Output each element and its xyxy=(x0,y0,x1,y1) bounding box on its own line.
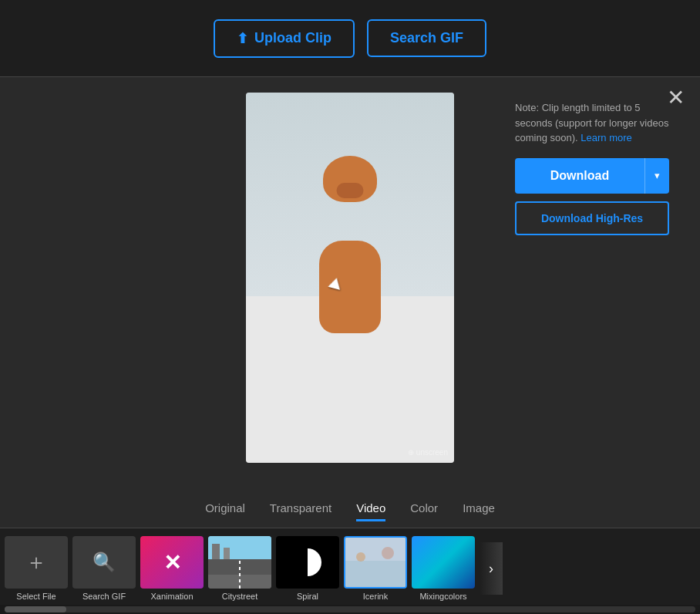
thumb-select-file-label: Select File xyxy=(16,592,56,601)
dog-snout xyxy=(337,183,364,198)
thumb-search-gif[interactable]: 🔍 Search GIF xyxy=(72,536,136,601)
thumb-search-gif-label: Search GIF xyxy=(82,592,126,601)
spiral-shape xyxy=(294,548,321,576)
upload-clip-button[interactable]: ⬆ Upload Clip xyxy=(214,19,355,58)
learn-more-link[interactable]: Learn more xyxy=(581,132,631,143)
thumb-citystreet-box xyxy=(208,536,271,589)
thumb-icerink-label: Icerink xyxy=(363,592,388,601)
upload-clip-label: Upload Clip xyxy=(254,30,331,46)
thumb-icerink[interactable]: Icerink xyxy=(344,536,407,601)
tab-original[interactable]: Original xyxy=(205,501,245,521)
scrollbar-inner xyxy=(5,606,695,612)
video-preview: ⊕ unscreen xyxy=(246,93,454,463)
preview-area: ✕ ⊕ unscreen xyxy=(0,77,700,494)
download-main-row: Download ▾ xyxy=(515,158,669,194)
thumb-spiral-label: Spiral xyxy=(297,592,318,601)
tabs-row: Original Transparent Video Color Image xyxy=(0,494,700,528)
download-dropdown-button[interactable]: ▾ xyxy=(644,158,669,194)
watermark: ⊕ unscreen xyxy=(408,448,448,457)
thumb-xanimation-box: ✕ xyxy=(140,536,204,589)
search-icon: 🔍 xyxy=(93,552,116,573)
note-text: Note: Clip length limited to 5 seconds (… xyxy=(515,100,669,146)
tab-video[interactable]: Video xyxy=(356,501,385,521)
dog-figure xyxy=(311,194,389,333)
next-arrow-button[interactable]: › xyxy=(480,542,503,595)
thumb-citystreet[interactable]: Citystreet xyxy=(208,536,271,601)
x-mark-icon: ✕ xyxy=(163,550,181,575)
svg-rect-3 xyxy=(212,544,220,559)
tab-color[interactable]: Color xyxy=(410,501,438,521)
svg-rect-4 xyxy=(224,548,230,559)
download-highres-button[interactable]: Download High-Res xyxy=(515,201,669,235)
thumb-xanimation-label: Xanimation xyxy=(150,592,193,601)
header: ⬆ Upload Clip Search GIF xyxy=(0,0,700,77)
thumb-mixingcolors-label: Mixingcolors xyxy=(419,592,466,601)
plus-icon: ＋ xyxy=(25,548,47,577)
thumb-mixingcolors-box xyxy=(412,536,475,589)
thumbnails-row: ＋ Select File 🔍 Search GIF ✕ Xanimation xyxy=(0,536,700,601)
search-gif-button[interactable]: Search GIF xyxy=(367,19,486,57)
thumb-spiral[interactable]: Spiral xyxy=(276,536,339,601)
icerink-svg xyxy=(345,538,407,589)
thumb-xanimation[interactable]: ✕ Xanimation xyxy=(140,536,204,601)
download-group: Download ▾ Download High-Res xyxy=(515,158,669,235)
thumb-citystreet-label: Citystreet xyxy=(222,592,257,601)
thumb-spiral-box xyxy=(276,536,339,589)
right-panel: Note: Clip length limited to 5 seconds (… xyxy=(515,100,669,235)
close-icon: ✕ xyxy=(667,86,685,110)
svg-point-8 xyxy=(356,552,365,562)
main-content: ✕ ⊕ unscreen xyxy=(0,77,700,614)
scrollbar-thumb[interactable] xyxy=(5,606,66,612)
thumb-icerink-box xyxy=(344,536,407,589)
tab-transparent[interactable]: Transparent xyxy=(270,501,331,521)
download-button[interactable]: Download xyxy=(515,158,644,194)
thumb-select-file-box: ＋ xyxy=(5,536,68,589)
search-gif-label: Search GIF xyxy=(390,30,463,46)
thumb-search-gif-box: 🔍 xyxy=(72,536,136,589)
dog-head xyxy=(323,156,377,202)
chevron-right-icon: › xyxy=(489,561,493,577)
chevron-down-icon: ▾ xyxy=(655,170,660,181)
svg-rect-6 xyxy=(345,538,407,561)
thumb-select-file[interactable]: ＋ Select File xyxy=(5,536,68,601)
svg-rect-7 xyxy=(345,561,407,589)
tab-image[interactable]: Image xyxy=(463,501,495,521)
close-button[interactable]: ✕ xyxy=(667,85,685,110)
thumb-mixingcolors[interactable]: Mixingcolors xyxy=(412,536,475,601)
citystreet-svg xyxy=(208,536,271,589)
thumbnails-section: ＋ Select File 🔍 Search GIF ✕ Xanimation xyxy=(0,528,700,605)
svg-point-9 xyxy=(382,547,394,559)
upload-icon: ⬆ xyxy=(237,30,248,47)
video-frame: ⊕ unscreen xyxy=(246,93,454,463)
scrollbar-track[interactable] xyxy=(0,605,700,614)
